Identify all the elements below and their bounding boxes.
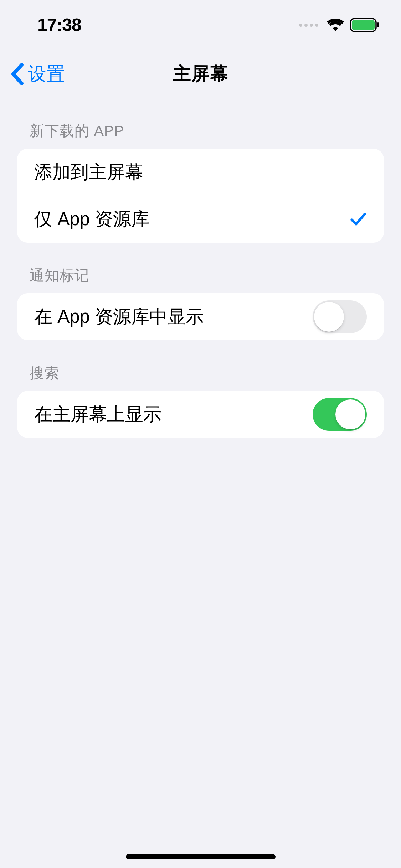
- back-label: 设置: [28, 62, 65, 87]
- checkmark-icon: [350, 211, 367, 228]
- row-label: 在 App 资源库中显示: [34, 305, 204, 329]
- navigation-bar: 设置 主屏幕: [0, 50, 401, 98]
- svg-rect-2: [377, 22, 379, 27]
- battery-icon: [350, 18, 380, 32]
- option-add-to-home-screen[interactable]: 添加到主屏幕: [17, 149, 384, 196]
- toggle-knob: [335, 399, 365, 429]
- svg-rect-1: [352, 20, 375, 30]
- row-show-in-app-library: 在 App 资源库中显示: [17, 293, 384, 340]
- home-indicator[interactable]: [126, 854, 276, 859]
- back-button[interactable]: 设置: [11, 62, 65, 87]
- search-group: 在主屏幕上显示: [17, 391, 384, 438]
- toggle-show-on-home-screen[interactable]: [313, 398, 367, 431]
- page-title: 主屏幕: [173, 62, 228, 86]
- section-header-notification-badges: 通知标记: [17, 243, 384, 293]
- status-indicators: [299, 18, 380, 32]
- section-header-search: 搜索: [17, 340, 384, 391]
- chevron-left-icon: [11, 63, 24, 85]
- status-bar: 17:38: [0, 0, 401, 50]
- section-header-new-downloads: 新下载的 APP: [17, 98, 384, 149]
- notification-badges-group: 在 App 资源库中显示: [17, 293, 384, 340]
- signal-dots-icon: [299, 24, 318, 27]
- content: 新下载的 APP 添加到主屏幕 仅 App 资源库 通知标记 在 App 资源库…: [0, 98, 401, 438]
- option-app-library-only[interactable]: 仅 App 资源库: [17, 196, 384, 243]
- option-label: 添加到主屏幕: [34, 160, 143, 185]
- option-label: 仅 App 资源库: [34, 207, 149, 232]
- new-downloads-group: 添加到主屏幕 仅 App 资源库: [17, 149, 384, 243]
- status-time: 17:38: [37, 15, 81, 35]
- row-show-on-home-screen: 在主屏幕上显示: [17, 391, 384, 438]
- wifi-icon: [327, 19, 344, 31]
- toggle-knob: [314, 302, 344, 332]
- toggle-show-in-app-library[interactable]: [313, 300, 367, 333]
- row-label: 在主屏幕上显示: [34, 402, 161, 427]
